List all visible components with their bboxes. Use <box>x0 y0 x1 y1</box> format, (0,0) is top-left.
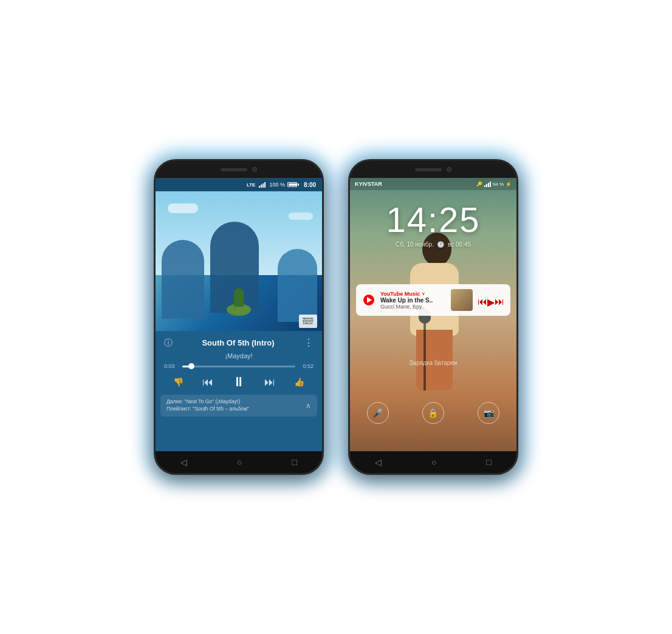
big-time: 14:25 <box>350 199 516 240</box>
notif-track-name: Wake Up in the S.. <box>380 297 446 304</box>
notif-album-thumb <box>451 289 473 311</box>
phone2-bottom-bar: ◁ ○ □ <box>350 451 516 473</box>
track-title: South Of 5th (Intro) <box>173 338 304 347</box>
signal-icon-2 <box>484 182 491 187</box>
key-icon: 🔑 <box>476 182 482 187</box>
next-chevron-icon: ∧ <box>306 401 311 410</box>
phone1-wrapper: LTE 100 % 8:00 <box>154 159 324 475</box>
phone1-speaker <box>221 168 247 171</box>
yt-play-triangle-icon <box>367 297 372 303</box>
cloud2 <box>289 213 313 220</box>
dislike-button[interactable]: 👎 <box>173 377 183 387</box>
scene: LTE 100 % 8:00 <box>0 0 672 634</box>
notif-play-button[interactable]: ▶ <box>487 296 495 308</box>
back-button-1[interactable]: ◁ <box>180 457 187 467</box>
battery-percent-2: 94 % <box>493 182 504 187</box>
next-track-text: Далее: "Next To Go" (¡Mayday!) Плейлист:… <box>166 398 249 413</box>
home-button-2[interactable]: ○ <box>431 457 436 467</box>
next-track[interactable]: Далее: "Next To Go" (¡Mayday!) Плейлист:… <box>160 395 317 417</box>
next-track-playlist: Плейлист: "South Of 5th – альбом" <box>166 406 249 413</box>
phone1-bottom-bar: ◁ ○ □ <box>156 451 322 473</box>
back-button-2[interactable]: ◁ <box>375 457 382 467</box>
battery-label-1: 100 % <box>269 182 285 188</box>
player-info: ⓘ South Of 5th (Intro) ⋮ <box>156 331 322 352</box>
prev-button[interactable]: ⏮ <box>202 376 213 389</box>
network-label: LTE <box>247 182 256 188</box>
lockscreen-status-bar: KYIVSTAR 🔑 94 % ⚡ <box>350 178 516 190</box>
phone2: KYIVSTAR 🔑 94 % ⚡ 14:25 <box>348 159 518 475</box>
notif-main-row: YouTube Music ∨ Wake Up in the S.. Gucci… <box>362 289 473 311</box>
progress-row[interactable]: 0:03 0:52 <box>156 363 322 369</box>
yt-icon <box>362 293 375 307</box>
lockscreen-person <box>404 233 477 403</box>
recent-button-1[interactable]: □ <box>292 457 297 467</box>
carrier-label: KYIVSTAR <box>355 181 382 187</box>
phone2-wrapper: KYIVSTAR 🔑 94 % ⚡ 14:25 <box>348 159 518 475</box>
notification-card: YouTube Music ∨ Wake Up in the S.. Gucci… <box>356 284 510 316</box>
date-label: Сб, 10 ноябр. 🕐 вс 06:45 <box>350 241 516 248</box>
pause-button[interactable]: ⏸ <box>232 374 245 390</box>
phone2-speaker <box>415 168 442 171</box>
controls-row: 👎 ⏮ ⏸ ⏭ 👍 <box>156 369 322 395</box>
mic-bottom-icon[interactable]: 🎤 <box>367 402 389 424</box>
artist-name: ¡Mayday! <box>156 352 322 363</box>
next-track-label: Далее: "Next To Go" (¡Mayday!) <box>166 398 249 406</box>
progress-bar[interactable] <box>182 366 295 367</box>
yt-circle <box>363 295 374 305</box>
like-button[interactable]: 👍 <box>294 377 304 387</box>
notif-controls-row: ⏮ ▶ ⏭ <box>478 296 504 308</box>
lockscreen-bottom-icons: 🎤 🔒 📷 <box>350 402 516 424</box>
notif-next-button[interactable]: ⏭ <box>495 296 504 307</box>
phone2-top-bar <box>350 161 516 178</box>
signal-icon-1 <box>259 182 266 188</box>
advisory-label: PARENTALADVISORYEXPLICIT <box>299 315 317 328</box>
figure-left <box>162 240 204 319</box>
album-art: PARENTALADVISORYEXPLICIT <box>156 191 322 331</box>
next-button[interactable]: ⏭ <box>264 376 275 389</box>
time-1: 8:00 <box>304 182 316 188</box>
time-total: 0:52 <box>299 363 314 369</box>
notif-artist-name: Gucci Mane, Бру.. <box>380 304 446 310</box>
home-button-1[interactable]: ○ <box>237 457 242 467</box>
phone1-screen: LTE 100 % 8:00 <box>156 178 322 451</box>
notif-info: YouTube Music ∨ Wake Up in the S.. Gucci… <box>380 291 446 310</box>
lockscreen-clock: 14:25 Сб, 10 ноябр. 🕐 вс 06:45 <box>350 199 516 248</box>
cloud1 <box>168 203 198 213</box>
notif-prev-button[interactable]: ⏮ <box>478 296 487 307</box>
phone2-camera <box>447 167 451 172</box>
info-icon[interactable]: ⓘ <box>164 338 173 349</box>
lock-icon[interactable]: 🔒 <box>422 402 444 424</box>
notif-app-arrow: ∨ <box>422 291 425 296</box>
more-icon[interactable]: ⋮ <box>304 337 314 349</box>
phone1-top-bar <box>156 161 322 178</box>
time-current: 0:03 <box>164 363 179 369</box>
recent-button-2[interactable]: □ <box>487 457 492 467</box>
battery-icon-1 <box>287 182 299 187</box>
charging-text: Зарядка батареи <box>350 360 516 366</box>
progress-thumb[interactable] <box>188 363 194 369</box>
charging-icon: ⚡ <box>506 182 512 187</box>
figure-right <box>278 249 317 322</box>
mic-stand <box>423 318 426 390</box>
status-icons-2: 🔑 94 % ⚡ <box>476 182 512 187</box>
notif-app-name: YouTube Music <box>380 291 420 297</box>
camera-bottom-icon[interactable]: 📷 <box>478 402 499 424</box>
phone2-screen: KYIVSTAR 🔑 94 % ⚡ 14:25 <box>350 178 516 451</box>
island <box>221 285 257 316</box>
phone1-camera <box>252 167 257 172</box>
phone1: LTE 100 % 8:00 <box>154 159 324 475</box>
status-bar-1: LTE 100 % 8:00 <box>156 178 322 191</box>
